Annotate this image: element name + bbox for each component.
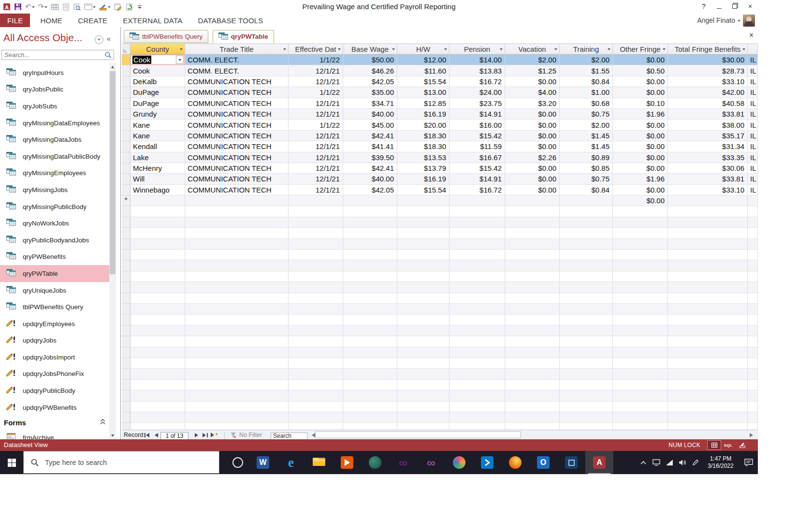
nav-pane-menu-button[interactable] [95, 35, 103, 44]
cell-total-fringe-benefits[interactable]: $42.00 [668, 87, 748, 98]
cell-county[interactable]: DeKalb [130, 76, 185, 87]
sidebar-item-updqryEmployees[interactable]: updqryEmployees [0, 315, 109, 332]
sidebar-item-qryJobSubs[interactable]: qryJobSubs [0, 98, 109, 115]
cell-base-wage[interactable]: $42.05 [343, 185, 397, 195]
ribbon-tab-create[interactable]: CREATE [72, 14, 113, 27]
cell-hw[interactable]: $20.00 [397, 120, 450, 130]
cell-trade-title[interactable]: COMMUNICATION TECH [185, 109, 289, 120]
column-header-pension[interactable]: Pension [450, 44, 505, 55]
cell-state[interactable]: IL [748, 185, 758, 195]
cell-effective-date[interactable]: 12/1/21 [289, 163, 343, 174]
design-view-button[interactable] [735, 440, 749, 450]
cell-hw[interactable]: $16.19 [397, 109, 450, 120]
word-taskbar-button[interactable]: W [249, 451, 277, 474]
first-record-button[interactable] [143, 430, 151, 440]
refresh-all-icon[interactable] [126, 2, 133, 12]
save-icon[interactable] [14, 2, 22, 12]
cell-other-fringe[interactable]: $0.00 [613, 131, 668, 141]
cell-effective-date[interactable]: 12/1/21 [289, 98, 343, 109]
cell-vacation[interactable]: $0.00 [505, 131, 560, 141]
file-explorer-taskbar-button[interactable] [305, 451, 333, 474]
cell-state[interactable]: IL [748, 109, 758, 120]
cell-vacation[interactable]: $0.00 [505, 163, 560, 174]
cell-vacation[interactable]: $0.00 [505, 174, 560, 184]
close-document-button[interactable]: × [749, 31, 754, 39]
row-selector[interactable] [122, 87, 130, 98]
row-selector[interactable] [122, 185, 130, 195]
filter-dropdown-icon[interactable] [392, 48, 395, 52]
forms-section-header[interactable]: Forms [0, 416, 109, 429]
row-selector[interactable] [122, 174, 130, 184]
cell-vacation[interactable]: $0.00 [505, 185, 560, 195]
sidebar-item-qryJobsPublic[interactable]: qryJobsPublic [0, 81, 109, 98]
cell-total-fringe-benefits[interactable]: $40.58 [668, 98, 748, 109]
cell-effective-date[interactable]: 1/1/22 [289, 87, 343, 98]
filter-dropdown-icon[interactable] [554, 48, 557, 52]
cell-other-fringe[interactable]: $0.00 [613, 76, 668, 87]
previous-record-button[interactable] [152, 430, 160, 440]
redo-icon[interactable]: ↷ [38, 2, 48, 12]
cell-hw[interactable]: $15.54 [397, 76, 450, 87]
cell-base-wage[interactable]: $39.50 [343, 152, 397, 163]
cell-hw[interactable]: $16.19 [397, 174, 450, 184]
cell-hw[interactable]: $12.00 [397, 55, 450, 65]
cell-base-wage[interactable]: $46.26 [343, 65, 397, 76]
nav-search-box[interactable]: Search... [1, 50, 114, 60]
column-header-total-fringe-benefits[interactable]: Total Fringe Benefits [668, 44, 748, 55]
sidebar-item-qryMissingPublicBody[interactable]: qryMissingPublicBody [0, 198, 109, 215]
filter-dropdown-icon[interactable] [500, 48, 503, 52]
cell-hw[interactable] [397, 195, 450, 206]
access-taskbar-button[interactable]: A [585, 451, 613, 474]
undo-icon[interactable]: ↶ [25, 2, 35, 12]
print-preview-icon[interactable] [73, 2, 81, 12]
taskbar-clock[interactable]: 1:47 PM 3/16/2022 [702, 455, 740, 470]
cell-total-fringe-benefits[interactable]: $30.06 [668, 163, 748, 174]
cell-trade-title[interactable]: COMMUNICATION TECH [185, 174, 289, 184]
ribbon-tab-file[interactable]: FILE [0, 14, 30, 27]
column-header-county[interactable]: County [130, 44, 185, 55]
nav-scrollbar[interactable] [109, 63, 116, 439]
filter-dropdown-icon[interactable] [338, 48, 341, 52]
document-tab-tblPWBenefits-Query[interactable]: tblPWBenefits Query [124, 30, 208, 43]
network-icon[interactable] [663, 451, 676, 474]
hscroll-thumb[interactable] [315, 431, 521, 438]
edge-taskbar-button[interactable]: e [277, 451, 305, 474]
column-header-training[interactable]: Training [560, 44, 613, 55]
sql-view-button[interactable]: SQL [721, 440, 735, 450]
cell-state[interactable] [748, 195, 758, 206]
cell-pension[interactable]: $15.42 [450, 163, 505, 174]
filter-dropdown-icon[interactable] [663, 48, 666, 52]
cell-base-wage[interactable]: $42.41 [343, 131, 397, 141]
sidebar-item-qryMissingDataEmployees[interactable]: qryMissingDataEmployees [0, 115, 109, 132]
row-selector[interactable] [122, 65, 130, 76]
cell-training[interactable]: $0.75 [560, 109, 613, 120]
cell-trade-title[interactable]: COMMUNICATION TECH [185, 152, 289, 163]
sidebar-item-qryMissingEmployees[interactable]: qryMissingEmployees [0, 165, 109, 182]
taskbar-search-box[interactable]: Type here to search [23, 451, 219, 474]
volume-icon[interactable] [676, 451, 689, 474]
cell-state[interactable]: IL [748, 55, 758, 65]
filter-dropdown-icon[interactable] [742, 48, 745, 52]
filter-status[interactable]: No Filter [239, 430, 262, 440]
cell-hw[interactable]: $15.54 [397, 185, 450, 195]
column-header-hw[interactable]: H/W [397, 44, 450, 55]
cell-effective-date[interactable]: 12/1/21 [289, 76, 343, 87]
cell-state[interactable]: IL [748, 174, 758, 184]
cell-other-fringe[interactable]: $1.96 [613, 109, 668, 120]
column-header-effective-date[interactable]: Effective Dat [289, 44, 343, 55]
scroll-down-button[interactable] [109, 432, 116, 439]
cell-pension[interactable]: $13.83 [450, 65, 505, 76]
ribbon-tab-external-data[interactable]: EXTERNAL DATA [117, 14, 188, 27]
cell-effective-date[interactable]: 12/1/21 [289, 141, 343, 152]
cell-training[interactable]: $2.00 [560, 55, 613, 65]
county-edit-cell[interactable]: Cook [130, 55, 185, 65]
graphics-app-taskbar-button[interactable] [361, 451, 389, 474]
cell-training[interactable]: $2.00 [560, 120, 613, 130]
cell-vacation[interactable]: $2.26 [505, 152, 560, 163]
hscroll-right-button[interactable] [747, 430, 755, 440]
cell-training[interactable]: $0.75 [560, 174, 613, 184]
ribbon-tab-database-tools[interactable]: DATABASE TOOLS [192, 14, 268, 27]
cell-training[interactable]: $0.85 [560, 163, 613, 174]
media-player-taskbar-button[interactable] [333, 451, 361, 474]
cell-pension[interactable]: $16.72 [450, 185, 505, 195]
